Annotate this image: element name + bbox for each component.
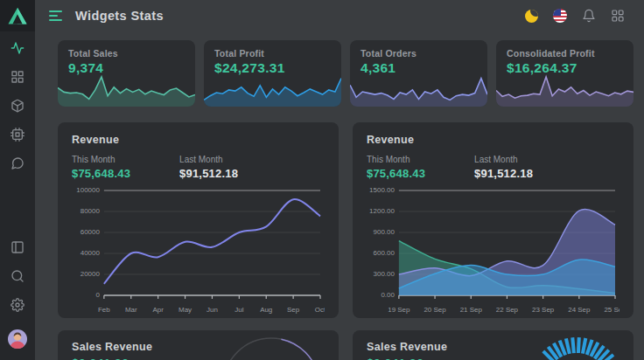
app-logo[interactable] <box>0 0 35 31</box>
svg-text:100000: 100000 <box>76 186 100 194</box>
total-orders-sparkline <box>350 72 487 107</box>
svg-text:1500.00: 1500.00 <box>369 186 395 194</box>
logo-triangle-icon <box>4 4 31 28</box>
sidebar-item-chat[interactable] <box>0 149 35 177</box>
grid-menu-icon <box>611 9 625 23</box>
this-month-block: This Month $75,648.43 <box>72 155 130 180</box>
chat-icon <box>10 156 24 170</box>
last-month-block: Last Month $91,512.18 <box>179 155 238 180</box>
stat-card-total-sales[interactable]: Total Sales 9,374 <box>58 40 195 107</box>
sidebar-item-products[interactable] <box>0 91 35 120</box>
svg-text:0.00: 0.00 <box>381 291 395 299</box>
grid-icon <box>10 70 24 84</box>
sidebar-item-search[interactable] <box>0 261 35 290</box>
svg-text:Mar: Mar <box>125 306 137 314</box>
main-area: Widgets Stats Total Sales 9,374 Total Pr… <box>35 0 644 360</box>
moon-icon[interactable] <box>525 10 538 23</box>
svg-text:60000: 60000 <box>80 228 101 236</box>
svg-text:20000: 20000 <box>80 270 101 278</box>
this-month-value: $75,648.43 <box>367 167 425 180</box>
bottom-row: Sales Revenue $9,641.26 Sales Revenue $9… <box>58 330 634 360</box>
last-month-label: Last Month <box>474 155 533 164</box>
revenue-summary: This Month $75,648.43 Last Month $91,512… <box>367 155 620 180</box>
stat-card-total-profit[interactable]: Total Profit $24,273.31 <box>204 40 341 107</box>
last-month-value: $91,512.18 <box>474 167 533 180</box>
page-title: Widgets Stats <box>75 9 164 23</box>
svg-text:21 Sep: 21 Sep <box>460 306 483 314</box>
total-profit-sparkline <box>204 72 341 107</box>
sidebar-item-dashboard[interactable] <box>0 33 35 62</box>
svg-text:Oct: Oct <box>315 306 325 314</box>
svg-text:900.00: 900.00 <box>374 228 396 236</box>
total-sales-sparkline <box>58 72 195 107</box>
menu-toggle-button[interactable] <box>49 10 62 21</box>
svg-text:May: May <box>178 306 192 314</box>
svg-text:25 Sep: 25 Sep <box>604 306 620 314</box>
this-month-block: This Month $75,648.43 <box>367 155 425 180</box>
this-month-label: This Month <box>367 155 425 164</box>
last-month-label: Last Month <box>179 155 238 164</box>
svg-text:20 Sep: 20 Sep <box>424 306 446 314</box>
header-actions <box>525 9 625 23</box>
svg-text:Sep: Sep <box>287 306 300 314</box>
cpu-icon <box>10 128 24 142</box>
tick-gauge <box>511 330 634 360</box>
last-month-value: $91,512.18 <box>179 167 238 180</box>
revenue-summary: This Month $75,648.43 Last Month $91,512… <box>72 155 325 180</box>
this-month-value: $75,648.43 <box>72 167 130 180</box>
revenue-area-card: Revenue This Month $75,648.43 Last Month… <box>353 122 634 318</box>
svg-text:0: 0 <box>95 291 100 299</box>
notifications-button[interactable] <box>582 9 596 23</box>
svg-text:600.00: 600.00 <box>374 249 396 257</box>
svg-text:Jul: Jul <box>234 306 243 314</box>
stat-label: Total Profit <box>214 48 331 59</box>
sidebar-item-apps[interactable] <box>0 120 35 149</box>
sidebar-item-widgets[interactable] <box>0 62 35 91</box>
card-title: Revenue <box>367 134 620 146</box>
content: Total Sales 9,374 Total Profit $24,273.3… <box>35 31 644 360</box>
svg-text:Jun: Jun <box>206 306 218 314</box>
sidebar-item-layout[interactable] <box>0 232 35 261</box>
activity-icon <box>10 41 24 55</box>
svg-text:Apr: Apr <box>152 306 164 314</box>
bell-icon <box>582 9 596 23</box>
svg-text:Aug: Aug <box>260 306 272 314</box>
revenue-line-card: Revenue This Month $75,648.43 Last Month… <box>58 122 339 318</box>
sidebar <box>0 0 35 360</box>
svg-text:300.00: 300.00 <box>374 270 396 278</box>
charts-row: Revenue This Month $75,648.43 Last Month… <box>58 122 634 318</box>
svg-text:1200.00: 1200.00 <box>369 207 395 215</box>
sidebar-bottom-nav <box>0 232 35 319</box>
stat-label: Consolidated Profit <box>507 48 623 59</box>
us-flag-icon[interactable] <box>553 9 567 23</box>
svg-text:40000: 40000 <box>80 249 101 257</box>
svg-text:80000: 80000 <box>80 207 101 215</box>
stat-label: Total Orders <box>360 48 477 59</box>
consolidated-profit-sparkline <box>496 72 634 107</box>
sidebar-nav <box>0 33 35 177</box>
revenue-line-chart[interactable]: 100000800006000040000200000FebMarAprMayJ… <box>72 184 325 315</box>
settings-gear-icon <box>10 298 24 312</box>
card-title: Revenue <box>72 134 325 146</box>
search-icon <box>10 269 24 283</box>
svg-text:23 Sep: 23 Sep <box>532 306 555 314</box>
stat-label: Total Sales <box>68 48 185 59</box>
last-month-block: Last Month $91,512.18 <box>474 155 533 180</box>
stat-card-consolidated-profit[interactable]: Consolidated Profit $16,264.37 <box>496 40 634 107</box>
revenue-area-chart[interactable]: 1500.001200.00900.00600.00300.000.0019 S… <box>367 184 620 315</box>
layout-icon <box>10 240 24 254</box>
svg-text:24 Sep: 24 Sep <box>568 306 591 314</box>
svg-text:19 Sep: 19 Sep <box>388 306 410 314</box>
donut-gauge <box>206 330 328 360</box>
stat-card-total-orders[interactable]: Total Orders 4,361 <box>350 40 487 107</box>
apps-menu-button[interactable] <box>611 9 625 23</box>
this-month-label: This Month <box>72 155 130 164</box>
user-avatar[interactable] <box>8 329 27 349</box>
stats-row: Total Sales 9,374 Total Profit $24,273.3… <box>58 40 634 107</box>
avatar-image <box>8 329 27 349</box>
box-icon <box>10 99 24 113</box>
svg-text:Feb: Feb <box>98 306 110 314</box>
sidebar-item-settings[interactable] <box>0 290 35 319</box>
sales-revenue-card-1: Sales Revenue $9,641.26 <box>58 330 339 360</box>
svg-text:22 Sep: 22 Sep <box>496 306 519 314</box>
